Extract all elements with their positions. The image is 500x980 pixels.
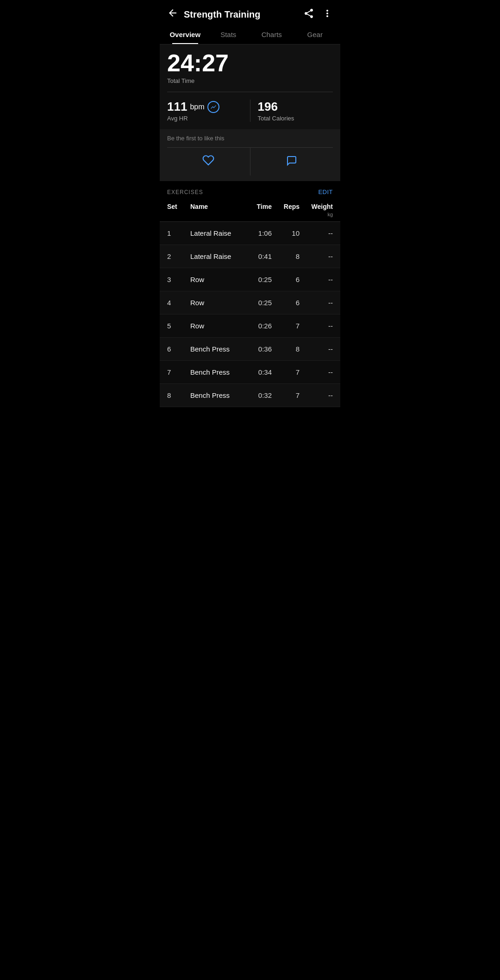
like-button[interactable] — [167, 148, 250, 176]
row-set: 4 — [167, 299, 190, 307]
col-header-set: Set — [167, 203, 190, 218]
row-reps: 7 — [277, 391, 305, 399]
row-time: 0:36 — [245, 345, 277, 353]
header-right — [303, 8, 333, 21]
row-set: 8 — [167, 391, 190, 399]
row-weight: -- — [305, 276, 333, 283]
col-header-name: Name — [190, 203, 245, 218]
row-reps: 8 — [277, 252, 305, 260]
row-set: 7 — [167, 368, 190, 376]
row-name: Bench Press — [190, 391, 245, 399]
back-button[interactable] — [167, 7, 178, 21]
row-time: 0:25 — [245, 276, 277, 283]
row-set: 5 — [167, 322, 190, 330]
tab-bar: Overview Stats Charts Gear — [160, 25, 340, 44]
row-set: 1 — [167, 229, 190, 237]
share-button[interactable] — [303, 8, 314, 21]
row-time: 0:34 — [245, 368, 277, 376]
social-section: Be the first to like this — [160, 129, 340, 181]
like-text: Be the first to like this — [167, 135, 333, 142]
app-header: Strength Training — [160, 0, 340, 25]
row-set: 2 — [167, 252, 190, 260]
heart-rate-icon — [207, 101, 219, 113]
row-reps: 6 — [277, 276, 305, 283]
calories-stat: 196 Total Calories — [250, 100, 333, 122]
row-time: 0:41 — [245, 252, 277, 260]
row-reps: 7 — [277, 322, 305, 330]
tab-overview[interactable]: Overview — [163, 25, 207, 44]
exercise-rows-container: 1 Lateral Raise 1:06 10 -- 2 Lateral Rai… — [160, 222, 340, 407]
comment-button[interactable] — [250, 148, 333, 176]
more-options-button[interactable] — [322, 8, 333, 21]
table-row: 6 Bench Press 0:36 8 -- — [160, 338, 340, 361]
row-weight: -- — [305, 322, 333, 330]
row-weight: -- — [305, 345, 333, 353]
table-row: 8 Bench Press 0:32 7 -- — [160, 384, 340, 407]
exercises-section: EXERCISES EDIT Set Name Time Reps Weight… — [160, 181, 340, 407]
tab-stats[interactable]: Stats — [207, 25, 250, 44]
row-name: Row — [190, 299, 245, 307]
row-time: 0:25 — [245, 299, 277, 307]
calories-label: Total Calories — [258, 115, 333, 122]
col-header-time: Time — [245, 203, 277, 218]
col-header-weight: Weight kg — [305, 203, 333, 218]
row-time: 0:32 — [245, 391, 277, 399]
total-time-label: Total Time — [167, 77, 333, 84]
table-row: 4 Row 0:25 6 -- — [160, 291, 340, 314]
exercises-label: EXERCISES — [167, 189, 203, 195]
row-weight: -- — [305, 229, 333, 237]
row-time: 1:06 — [245, 229, 277, 237]
social-buttons — [167, 147, 333, 176]
row-name: Row — [190, 276, 245, 283]
tab-gear[interactable]: Gear — [294, 25, 337, 44]
row-weight: -- — [305, 391, 333, 399]
row-name: Row — [190, 322, 245, 330]
row-set: 3 — [167, 276, 190, 283]
row-reps: 7 — [277, 368, 305, 376]
more-icon — [322, 8, 333, 19]
calories-value: 196 — [258, 100, 333, 114]
table-header: Set Name Time Reps Weight kg — [160, 199, 340, 222]
page-title: Strength Training — [184, 9, 261, 20]
row-reps: 10 — [277, 229, 305, 237]
heart-icon — [202, 154, 214, 169]
table-row: 1 Lateral Raise 1:06 10 -- — [160, 222, 340, 245]
row-set: 6 — [167, 345, 190, 353]
back-icon — [167, 7, 178, 19]
stats-section: 24:27 Total Time 111 bpm Avg HR 196 Tota… — [160, 44, 340, 129]
avg-hr-label: Avg HR — [167, 115, 243, 122]
share-icon — [303, 8, 314, 19]
total-time-value: 24:27 — [167, 50, 333, 76]
tab-charts[interactable]: Charts — [250, 25, 294, 44]
row-time: 0:26 — [245, 322, 277, 330]
row-name: Bench Press — [190, 345, 245, 353]
row-weight: -- — [305, 368, 333, 376]
table-row: 3 Row 0:25 6 -- — [160, 268, 340, 291]
header-left: Strength Training — [167, 7, 261, 21]
avg-hr-value: 111 bpm — [167, 100, 243, 114]
row-name: Bench Press — [190, 368, 245, 376]
stats-row: 111 bpm Avg HR 196 Total Calories — [167, 92, 333, 122]
exercises-header: EXERCISES EDIT — [160, 181, 340, 199]
table-row: 5 Row 0:26 7 -- — [160, 314, 340, 338]
row-reps: 8 — [277, 345, 305, 353]
table-row: 7 Bench Press 0:34 7 -- — [160, 361, 340, 384]
col-header-reps: Reps — [277, 203, 305, 218]
row-weight: -- — [305, 252, 333, 260]
comment-icon — [286, 155, 297, 169]
avg-hr-stat: 111 bpm Avg HR — [167, 100, 250, 122]
row-weight: -- — [305, 299, 333, 307]
row-name: Lateral Raise — [190, 229, 245, 237]
edit-button[interactable]: EDIT — [318, 188, 333, 195]
table-row: 2 Lateral Raise 0:41 8 -- — [160, 245, 340, 268]
row-name: Lateral Raise — [190, 252, 245, 260]
row-reps: 6 — [277, 299, 305, 307]
